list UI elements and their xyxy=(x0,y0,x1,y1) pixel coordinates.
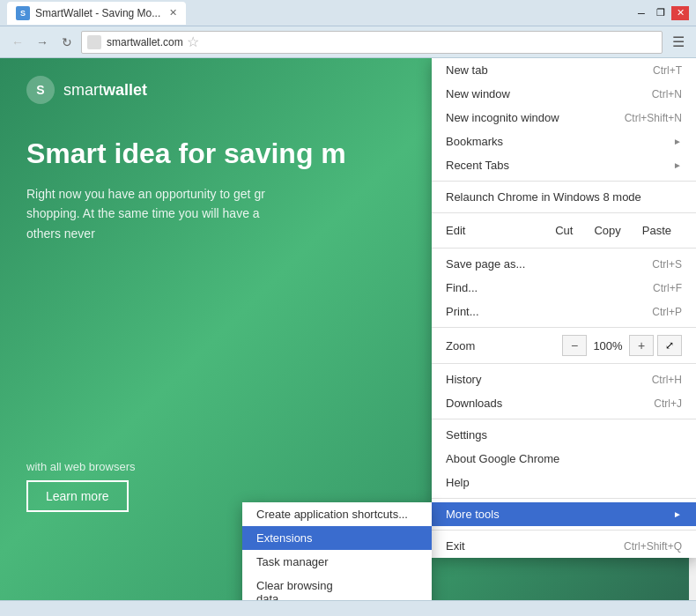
fullscreen-button[interactable]: ⤢ xyxy=(657,335,682,356)
zoom-in-button[interactable]: + xyxy=(629,335,654,356)
menu-divider-6 xyxy=(432,419,696,419)
menu-item-about[interactable]: About Google Chrome xyxy=(432,447,696,471)
chrome-main-menu: New tab Ctrl+T New window Ctrl+N New inc… xyxy=(432,58,696,558)
menu-edit-row: Edit Cut Copy Paste xyxy=(432,217,696,244)
tab-favicon: S xyxy=(16,6,30,20)
menu-item-incognito[interactable]: New incognito window Ctrl+Shift+N xyxy=(432,106,696,130)
edit-paste-button[interactable]: Paste xyxy=(632,220,682,241)
more-tools-submenu: Create application shortcuts... Extensio… xyxy=(242,502,432,600)
menu-divider-5 xyxy=(432,363,696,364)
menu-item-find[interactable]: Find... Ctrl+F xyxy=(432,276,696,300)
menu-item-new-tab[interactable]: New tab Ctrl+T xyxy=(432,58,696,82)
menu-item-save-page[interactable]: Save page as... Ctrl+S xyxy=(432,252,696,276)
title-bar: S SmartWallet - Saving Mo... ✕ ─ ❐ ✕ xyxy=(0,0,696,26)
bookmark-star-icon[interactable]: ☆ xyxy=(187,33,199,50)
menu-item-exit[interactable]: Exit Ctrl+Shift+Q xyxy=(432,534,696,558)
window-controls: ─ ❐ ✕ xyxy=(633,6,689,20)
browser-window: S SmartWallet - Saving Mo... ✕ ─ ❐ ✕ ← →… xyxy=(0,0,696,616)
tab-title: SmartWallet - Saving Mo... xyxy=(35,7,160,19)
menu-item-more-tools[interactable]: More tools ► Create application shortcut… xyxy=(432,502,696,526)
edit-cut-button[interactable]: Cut xyxy=(544,220,583,241)
submenu-item-create-shortcuts[interactable]: Create application shortcuts... xyxy=(242,502,432,526)
menu-divider-2 xyxy=(432,212,696,213)
tab-close-button[interactable]: ✕ xyxy=(169,7,177,19)
brand-name: smartwallet xyxy=(63,81,147,100)
close-button[interactable]: ✕ xyxy=(671,6,689,20)
restore-button[interactable]: ❐ xyxy=(652,6,670,20)
submenu-item-task-manager[interactable]: Task manager Shift+Esc xyxy=(242,550,432,574)
menu-zoom-row: Zoom − 100% + ⤢ xyxy=(432,331,696,360)
minimize-button[interactable]: ─ xyxy=(633,6,650,20)
menu-divider-8 xyxy=(432,530,696,531)
menu-item-relaunch[interactable]: Relaunch Chrome in Windows 8 mode xyxy=(432,185,696,209)
page-content: S smartwallet Smart idea for saving m Ri… xyxy=(0,58,696,600)
menu-item-print[interactable]: Print... Ctrl+P xyxy=(432,300,696,323)
back-button[interactable]: ← xyxy=(7,32,28,53)
zoom-out-button[interactable]: − xyxy=(562,335,587,356)
menu-divider-3 xyxy=(432,248,696,249)
submenu-item-clear-browsing[interactable]: Clear browsing data... Ctrl+Shift+Del xyxy=(242,574,432,600)
status-bar xyxy=(0,600,696,616)
menu-item-help[interactable]: Help xyxy=(432,471,696,494)
forward-button[interactable]: → xyxy=(32,32,53,53)
zoom-percent: 100% xyxy=(590,339,626,353)
address-text: smartwallet.com xyxy=(107,36,183,48)
submenu-item-extensions[interactable]: Extensions xyxy=(242,526,432,550)
edit-copy-button[interactable]: Copy xyxy=(583,220,631,241)
menu-item-recent-tabs[interactable]: Recent Tabs ► xyxy=(432,153,696,177)
smartwallet-header: S smartwallet xyxy=(26,76,147,104)
menu-item-new-window[interactable]: New window Ctrl+N xyxy=(432,82,696,106)
menu-item-history[interactable]: History Ctrl+H xyxy=(432,367,696,391)
menu-divider-1 xyxy=(432,181,696,182)
address-bar[interactable]: smartwallet.com ☆ xyxy=(81,31,663,54)
active-tab[interactable]: S SmartWallet - Saving Mo... ✕ xyxy=(7,2,186,25)
reload-button[interactable]: ↻ xyxy=(56,32,78,53)
menu-item-downloads[interactable]: Downloads Ctrl+J xyxy=(432,391,696,415)
page-icon xyxy=(87,35,101,49)
menu-divider-4 xyxy=(432,327,696,328)
menu-divider-7 xyxy=(432,498,696,499)
nav-bar: ← → ↻ smartwallet.com ☆ ☰ xyxy=(0,26,696,58)
chrome-menu-button[interactable]: ☰ xyxy=(668,32,689,53)
brand-logo: S xyxy=(26,76,55,104)
learn-more-button[interactable]: Learn more xyxy=(26,480,129,512)
menu-item-settings[interactable]: Settings xyxy=(432,423,696,447)
menu-item-bookmarks[interactable]: Bookmarks ► xyxy=(432,130,696,153)
